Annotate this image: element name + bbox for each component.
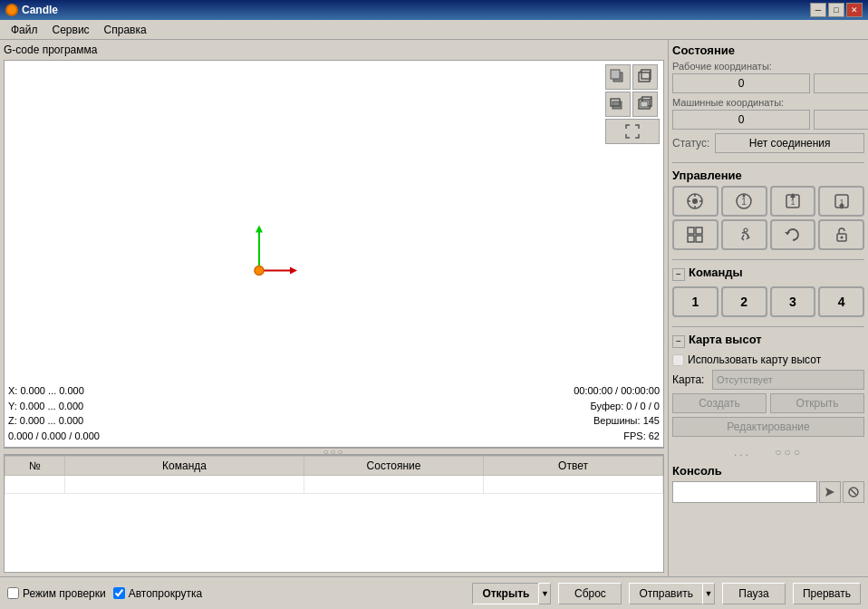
ctrl-btn-run[interactable]: [721, 219, 767, 250]
ctrl-btn-z-up[interactable]: 1: [770, 186, 816, 217]
state-title: Состояние: [672, 44, 864, 57]
status-value-btn[interactable]: Нет соединения: [715, 133, 864, 153]
command-table-section: № Команда Состояние Ответ: [4, 455, 664, 573]
svg-rect-39: [688, 236, 694, 242]
vp-btn-view1[interactable]: [605, 64, 631, 90]
svg-text:1: 1: [741, 197, 747, 207]
axes-container: [232, 217, 304, 292]
menu-help[interactable]: Справка: [97, 22, 154, 38]
vp-btn-fullscreen[interactable]: [605, 119, 660, 144]
info-fps: FPS: 62: [574, 429, 660, 444]
machine-coord-x[interactable]: [672, 110, 810, 130]
btn-reset[interactable]: Сброс: [558, 583, 622, 604]
app-icon: [5, 4, 18, 16]
info-buffer: Буфер: 0 / 0 / 0: [574, 399, 660, 414]
machine-coords-label: Машинные координаты:: [672, 97, 864, 108]
vp-btn-view3[interactable]: [605, 92, 631, 117]
hm-btn-row: Создать Открыть: [672, 393, 864, 413]
vp-btn-view4[interactable]: [632, 92, 658, 117]
btn-group-open: Открыть ▼: [472, 583, 551, 604]
col-header-cmd: Команда: [65, 457, 304, 476]
hm-create-btn[interactable]: Создать: [672, 393, 767, 413]
divider-1: [672, 162, 864, 163]
hm-checkbox-row: Использовать карту высот: [672, 353, 864, 366]
main-container: G-code программа: [0, 40, 868, 576]
hm-edit-btn[interactable]: Редактирование: [672, 417, 864, 437]
svg-point-41: [744, 228, 747, 232]
console-title: Консоль: [672, 464, 864, 478]
state-section: Состояние Рабочие координаты: Машинные к…: [672, 44, 864, 157]
btn-pause[interactable]: Пауза: [722, 583, 786, 604]
menu-service[interactable]: Сервис: [45, 22, 97, 38]
ctrl-btn-reset[interactable]: [770, 219, 816, 250]
checkbox-autoscroll-label[interactable]: Автопрокрутка: [113, 587, 202, 600]
commands-header[interactable]: − Команды: [672, 266, 864, 283]
hm-checkbox[interactable]: [672, 354, 684, 366]
vp-btn-view2[interactable]: [632, 64, 658, 90]
col-header-num: №: [5, 457, 65, 476]
checkbox-autoscroll[interactable]: [113, 587, 125, 599]
title-bar: Candle ─ □ ✕: [0, 0, 868, 20]
commands-collapse-btn[interactable]: −: [672, 268, 685, 281]
info-x: X: 0.000 ... 0.000: [8, 383, 100, 399]
resize-handle[interactable]: ○○○: [4, 448, 664, 455]
col-header-state: Состояние: [304, 457, 484, 476]
svg-marker-16: [256, 226, 263, 233]
ctrl-btn-z-down[interactable]: 1: [818, 186, 864, 217]
info-vertices: Вершины: 145: [574, 413, 660, 429]
work-coord-y[interactable]: [814, 73, 868, 93]
btn-send[interactable]: Отправить: [629, 583, 703, 604]
right-panel: Состояние Рабочие координаты: Машинные к…: [669, 40, 868, 576]
machine-coords-row: [672, 110, 864, 130]
checkbox-test-mode-label[interactable]: Режим проверки: [7, 587, 106, 600]
axes-svg: [232, 217, 304, 289]
ctrl-btn-unlock[interactable]: [818, 219, 864, 250]
btn-send-dropdown[interactable]: ▼: [702, 583, 715, 604]
work-coords-row: [672, 73, 864, 93]
cmd-btn-2[interactable]: 2: [721, 286, 767, 317]
menu-file[interactable]: Файл: [4, 22, 45, 38]
viewport[interactable]: X: 0.000 ... 0.000 Y: 0.000 ... 0.000 Z:…: [4, 60, 664, 448]
vp-controls-row2: [605, 92, 660, 117]
svg-rect-14: [641, 102, 648, 107]
title-bar-buttons: ─ □ ✕: [810, 3, 863, 17]
vp-controls-row3: [605, 119, 660, 144]
ctrl-btn-home[interactable]: [672, 186, 719, 217]
viewport-info-right: 00:00:00 / 00:00:00 Буфер: 0 / 0 / 0 Вер…: [574, 383, 660, 443]
btn-open-dropdown[interactable]: ▼: [538, 583, 551, 604]
viewport-controls: [605, 64, 660, 144]
close-button[interactable]: ✕: [846, 3, 863, 17]
maximize-button[interactable]: □: [828, 3, 844, 17]
table-row: [5, 476, 663, 494]
title-text: Candle: [22, 4, 58, 16]
btn-stop[interactable]: Прервать: [793, 583, 861, 604]
checkbox-test-mode-text: Режим проверки: [23, 587, 106, 600]
machine-coord-y[interactable]: [814, 110, 868, 130]
minimize-button[interactable]: ─: [810, 3, 826, 17]
cmd-btn-3[interactable]: 3: [770, 286, 816, 317]
work-coord-x[interactable]: [672, 73, 810, 93]
heightmap-collapse-btn[interactable]: −: [672, 335, 685, 348]
ctrl-btn-cross[interactable]: [672, 219, 719, 250]
console-send-btn[interactable]: [819, 481, 841, 503]
divider-3: [672, 326, 864, 327]
hm-open-btn[interactable]: Открыть: [770, 393, 864, 413]
status-label: Статус:: [672, 137, 709, 150]
cmd-btn-4[interactable]: 4: [818, 286, 864, 317]
checkbox-test-mode[interactable]: [7, 587, 19, 599]
hm-checkbox-label: Использовать карту высот: [688, 353, 821, 366]
svg-point-19: [255, 266, 264, 276]
bottom-toolbar: Режим проверки Автопрокрутка Открыть ▼ С…: [0, 576, 868, 609]
console-section: Консоль: [672, 464, 864, 503]
heightmap-header[interactable]: − Карта высот: [672, 333, 864, 350]
info-y: Y: 0.000 ... 0.000: [8, 399, 100, 414]
commands-section: − Команды 1 2 3 4: [672, 266, 864, 321]
console-clear-btn[interactable]: [843, 481, 864, 503]
btn-open[interactable]: Открыть: [472, 583, 539, 604]
cmd-btn-1[interactable]: 1: [672, 286, 719, 317]
control-grid: 1 1 1: [672, 186, 864, 250]
console-input[interactable]: [672, 481, 817, 503]
col-header-resp: Ответ: [484, 457, 663, 476]
btn-group-send: Отправить ▼: [629, 583, 715, 604]
ctrl-btn-pos1[interactable]: 1: [721, 186, 767, 217]
